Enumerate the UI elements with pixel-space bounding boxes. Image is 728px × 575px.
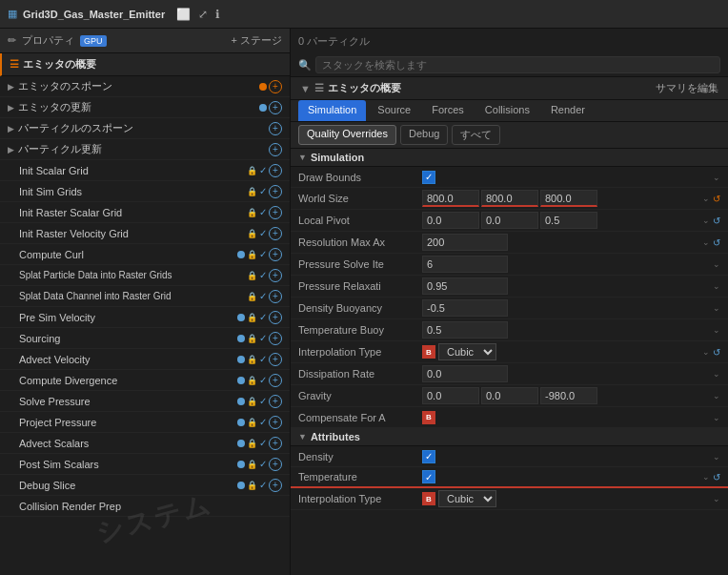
expand-icon[interactable]: ⌄ [702,216,710,225]
reset-icon[interactable]: ↺ [713,237,720,248]
temperature-checkbox[interactable] [422,470,435,483]
add-icon[interactable]: + [269,122,282,135]
expand-icon[interactable]: ⌄ [713,391,720,400]
add-icon[interactable]: + [269,143,282,156]
expand-icon[interactable]: ⌄ [713,369,720,379]
dissipation-input[interactable] [422,365,508,382]
draw-bounds-checkbox[interactable] [422,171,435,184]
tree-item-compute-divergence[interactable]: Compute Divergence 🔒 ✓ + [0,370,290,391]
expand-icon[interactable]: ⌄ [713,173,720,182]
add-icon[interactable]: + [269,458,282,471]
expand-icon[interactable]: ⌄ [702,472,710,482]
tree-item-particle-spawn[interactable]: ▶ パーティクルのスポーン + [0,118,290,139]
pressure-solve-input[interactable] [422,256,508,273]
external-link-icon[interactable]: ⬜ [174,8,192,21]
sub-tab-debug[interactable]: Debug [400,125,448,145]
tree-item-debug-slice[interactable]: Debug Slice 🔒 ✓ + [0,475,290,496]
search-input[interactable] [315,56,720,73]
tree-item-init-raster-velocity[interactable]: Init Raster Velocity Grid 🔒 ✓ + [0,223,290,244]
tree-item-emitter-spawn[interactable]: ▶ エミッタのスポーン + [0,76,290,97]
resolution-max-input[interactable] [422,234,508,251]
add-icon[interactable]: + [269,269,282,282]
reset-icon[interactable]: ↺ [713,194,720,204]
expand-icon[interactable]: ⌄ [713,494,720,503]
add-icon[interactable]: + [269,206,282,219]
stage-button[interactable]: + ステージ [232,33,282,48]
add-icon[interactable]: + [269,332,282,345]
prop-actions: ⌄ [713,325,720,335]
tree-item-solve-pressure[interactable]: Solve Pressure 🔒 ✓ + [0,391,290,412]
expand-icon[interactable]: ⌄ [713,303,720,313]
add-icon[interactable]: + [269,437,282,450]
tab-simulation[interactable]: Simulation [298,100,366,121]
reset-icon[interactable]: ↺ [713,216,720,226]
sub-tab-quality[interactable]: Quality Overrides [298,125,396,145]
interpolation-select[interactable]: Cubic Linear [438,343,496,360]
tree-item-compute-curl[interactable]: Compute Curl 🔒 ✓ + [0,244,290,265]
section-attributes[interactable]: ▼ Attributes [291,428,728,446]
add-icon[interactable]: + [269,416,282,429]
tree-item-splat-channel[interactable]: Splat Data Channel into Raster Grid 🔒 ✓ … [0,286,290,307]
check-icon: ✓ [259,417,267,427]
tab-source[interactable]: Source [368,100,420,121]
pressure-relax-input[interactable] [422,277,508,295]
tree-item-advect-velocity[interactable]: Advect Velocity 🔒 ✓ + [0,349,290,370]
density-buoyancy-input[interactable] [422,299,508,317]
section-simulation[interactable]: ▼ Simulation [291,149,728,167]
add-icon[interactable]: + [269,479,282,492]
add-icon[interactable]: + [269,290,282,303]
expand-icon[interactable]: ⌄ [702,347,710,357]
local-pivot-x[interactable] [422,212,479,229]
tree-item-collision-render[interactable]: Collision Render Prep [0,496,290,517]
world-size-y[interactable] [481,190,538,207]
temperature-buoy-input[interactable] [422,321,508,339]
add-icon[interactable]: + [269,185,282,198]
tab-forces[interactable]: Forces [422,100,474,121]
tab-render[interactable]: Render [541,100,595,121]
tree-item-init-raster-scalar[interactable]: Init Raster Scalar Grid 🔒 ✓ + [0,202,290,223]
edit-summary-button[interactable]: サマリを編集 [656,81,718,95]
tree-item-init-sim[interactable]: Init Sim Grids 🔒 ✓ + [0,181,290,202]
gravity-x[interactable] [422,387,479,404]
interpolation-select2[interactable]: Cubic Linear [438,490,496,507]
add-icon[interactable]: + [269,311,282,324]
add-icon[interactable]: + [269,353,282,366]
local-pivot-y[interactable] [481,212,538,229]
gravity-z[interactable] [540,387,597,404]
resize-icon[interactable]: ⤢ [196,8,210,21]
prop-world-size: World Size ⌄ ↺ [291,188,728,210]
tree-item-pre-sim[interactable]: Pre Sim Velocity 🔒 ✓ + [0,307,290,328]
gravity-y[interactable] [481,387,538,404]
info-icon[interactable]: ℹ [213,8,222,21]
reset-icon[interactable]: ↺ [713,472,720,483]
sub-tab-all[interactable]: すべて [452,125,500,145]
add-icon[interactable]: + [269,374,282,387]
add-icon[interactable]: + [269,101,282,114]
add-icon[interactable]: + [269,227,282,240]
tab-collisions[interactable]: Collisions [475,100,539,121]
add-icon[interactable]: + [269,395,282,408]
tree-item-sourcing[interactable]: Sourcing 🔒 ✓ + [0,328,290,349]
tree-item-particle-update[interactable]: ▶ パーティクル更新 + [0,139,290,160]
expand-icon[interactable]: ⌄ [713,259,720,269]
tree-item-init-scalar[interactable]: Init Scalar Grid 🔒 ✓ + [0,160,290,181]
expand-icon[interactable]: ⌄ [713,413,720,422]
tree-item-post-sim[interactable]: Post Sim Scalars 🔒 ✓ + [0,454,290,475]
expand-icon[interactable]: ⌄ [713,325,720,335]
reset-icon[interactable]: ↺ [713,347,720,358]
density-checkbox[interactable] [422,450,435,463]
local-pivot-z[interactable] [540,212,597,229]
expand-icon[interactable]: ⌄ [702,237,710,247]
add-icon[interactable]: + [269,248,282,261]
add-icon[interactable]: + [269,164,282,177]
expand-icon[interactable]: ⌄ [713,281,720,291]
tree-item-emitter-update[interactable]: ▶ エミッタの更新 + [0,97,290,118]
expand-icon[interactable]: ⌄ [702,194,710,203]
tree-item-advect-scalars[interactable]: Advect Scalars 🔒 ✓ + [0,433,290,454]
add-icon[interactable]: + [269,80,282,93]
world-size-x[interactable] [422,190,479,207]
expand-icon[interactable]: ⌄ [713,452,720,462]
world-size-z[interactable] [540,190,597,207]
tree-item-project-pressure[interactable]: Project Pressure 🔒 ✓ + [0,412,290,433]
tree-item-splat-particle[interactable]: Splat Particle Data into Raster Grids 🔒 … [0,265,290,286]
